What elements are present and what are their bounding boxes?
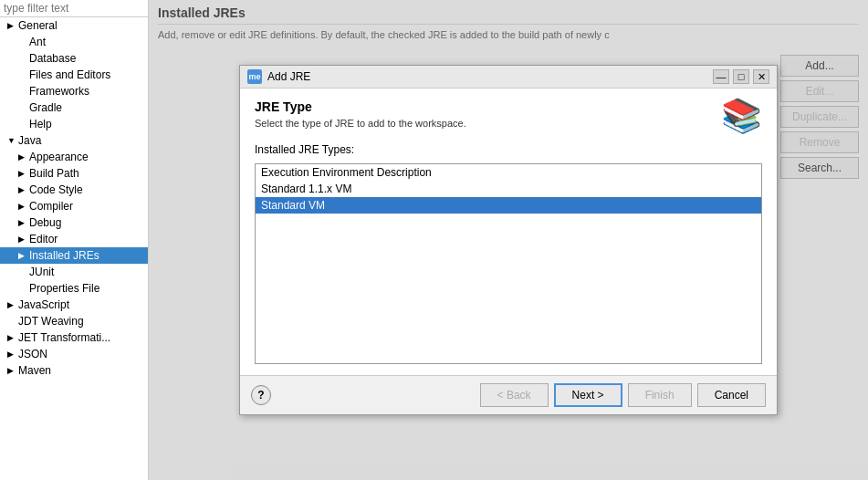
dialog-heading: JRE Type — [255, 99, 466, 114]
jre-list-item-execution-env[interactable]: Execution Environment Description — [256, 164, 761, 181]
sidebar-item-ant[interactable]: Ant — [0, 34, 148, 50]
sidebar-item-label: Appearance — [29, 151, 89, 163]
dialog-action-buttons: < Back Next > Finish Cancel — [480, 383, 766, 407]
jre-list-item-standard-11x[interactable]: Standard 1.1.x VM — [256, 181, 761, 197]
sidebar-item-label: JSON — [18, 348, 47, 360]
sidebar-item-junit[interactable]: JUnit — [0, 264, 148, 280]
sidebar-item-label: Code Style — [29, 183, 83, 196]
sidebar-item-label: Maven — [18, 364, 51, 377]
chevron-right-icon: ▶ — [7, 300, 16, 309]
help-button[interactable]: ? — [251, 385, 271, 405]
sidebar-item-frameworks[interactable]: Frameworks — [0, 83, 148, 99]
dialog-subtext: Select the type of JRE to add to the wor… — [255, 118, 466, 129]
sidebar-item-jdt-weaving[interactable]: JDT Weaving — [0, 313, 148, 329]
dialog-heading-block: JRE Type Select the type of JRE to add t… — [255, 99, 466, 129]
finish-button[interactable]: Finish — [628, 383, 692, 407]
chevron-right-icon: ▶ — [18, 152, 27, 162]
cancel-button[interactable]: Cancel — [697, 383, 766, 407]
sidebar-item-appearance[interactable]: ▶ Appearance — [0, 149, 148, 165]
back-button[interactable]: < Back — [480, 383, 549, 407]
dialog-app-icon: me — [247, 69, 262, 84]
sidebar-item-label: Frameworks — [29, 85, 89, 98]
next-button[interactable]: Next > — [554, 383, 622, 407]
dialog-footer: ? < Back Next > Finish Cancel — [240, 375, 777, 414]
chevron-down-icon: ▼ — [7, 136, 16, 145]
sidebar-item-label: Java — [18, 134, 41, 147]
chevron-right-icon: ▶ — [18, 218, 27, 227]
sidebar-item-label: Build Path — [29, 167, 79, 180]
sidebar-item-gradle[interactable]: Gradle — [0, 99, 148, 116]
jre-list-item-standard-vm[interactable]: Standard VM — [256, 197, 761, 214]
sidebar-filter-input[interactable] — [4, 2, 144, 15]
sidebar-item-editor[interactable]: ▶ Editor — [0, 231, 148, 247]
chevron-right-icon: ▶ — [18, 185, 27, 194]
sidebar-item-label: Debug — [29, 216, 61, 229]
sidebar-item-json[interactable]: ▶ JSON — [0, 346, 148, 362]
sidebar-item-label: Ant — [29, 36, 46, 48]
jre-types-list[interactable]: Execution Environment Description Standa… — [255, 163, 762, 364]
sidebar-item-label: JET Transformati... — [18, 331, 110, 344]
sidebar-item-installed-jres[interactable]: ▶ Installed JREs — [0, 247, 148, 264]
chevron-right-icon: ▶ — [18, 202, 27, 211]
sidebar-item-label: General — [18, 19, 58, 32]
add-jre-dialog: me Add JRE — □ ✕ JRE Type Select the typ… — [239, 65, 778, 415]
sidebar-item-general[interactable]: ▶ General — [0, 17, 148, 34]
sidebar-item-maven[interactable]: ▶ Maven — [0, 362, 148, 379]
maximize-button[interactable]: □ — [733, 69, 749, 84]
sidebar-item-properties-file[interactable]: Properties File — [0, 280, 148, 297]
dialog-help: ? — [251, 385, 271, 405]
chevron-right-icon: ▶ — [7, 333, 16, 342]
sidebar-item-label: Gradle — [29, 101, 62, 114]
sidebar-filter-bar[interactable] — [0, 0, 148, 17]
sidebar-item-label: JDT Weaving — [18, 315, 84, 328]
sidebar-item-help[interactable]: Help — [0, 116, 148, 132]
main-panel: Installed JREs Add, remove or edit JRE d… — [149, 0, 868, 480]
chevron-right-icon: ▶ — [18, 169, 27, 178]
sidebar-item-label: Installed JREs — [29, 249, 99, 262]
chevron-right-icon: ▶ — [7, 366, 16, 375]
chevron-right-icon: ▶ — [18, 235, 27, 244]
sidebar-item-code-style[interactable]: ▶ Code Style — [0, 182, 148, 198]
books-icon: 📚 — [721, 99, 762, 132]
dialog-title: Add JRE — [267, 70, 707, 83]
dialog-body: JRE Type Select the type of JRE to add t… — [240, 89, 777, 375]
close-button[interactable]: ✕ — [753, 69, 769, 84]
dialog-titlebar-buttons: — □ ✕ — [713, 69, 769, 84]
minimize-button[interactable]: — — [713, 69, 729, 84]
sidebar-item-jet-transformation[interactable]: ▶ JET Transformati... — [0, 329, 148, 346]
sidebar-item-build-path[interactable]: ▶ Build Path — [0, 165, 148, 182]
sidebar-item-label: Properties File — [29, 282, 99, 295]
sidebar-item-label: Compiler — [29, 200, 73, 213]
sidebar-item-files-and-editors[interactable]: Files and Editors — [0, 67, 148, 83]
sidebar-item-debug[interactable]: ▶ Debug — [0, 214, 148, 231]
dialog-overlay: me Add JRE — □ ✕ JRE Type Select the typ… — [149, 0, 868, 480]
sidebar-item-label: Files and Editors — [29, 68, 110, 81]
sidebar-item-java[interactable]: ▼ Java — [0, 132, 148, 149]
chevron-right-icon: ▶ — [7, 350, 16, 359]
dialog-header-row: JRE Type Select the type of JRE to add t… — [255, 99, 762, 132]
sidebar-item-label: JavaScript — [18, 298, 69, 311]
chevron-right-icon: ▶ — [7, 21, 16, 30]
dialog-titlebar: me Add JRE — □ ✕ — [240, 66, 777, 89]
sidebar: ▶ General Ant Database Files and Editors… — [0, 0, 149, 480]
sidebar-item-label: Help — [29, 118, 52, 130]
jre-types-label: Installed JRE Types: — [255, 143, 762, 156]
sidebar-item-database[interactable]: Database — [0, 50, 148, 67]
sidebar-item-compiler[interactable]: ▶ Compiler — [0, 198, 148, 214]
sidebar-item-label: JUnit — [29, 266, 54, 278]
chevron-right-icon: ▶ — [18, 251, 27, 260]
sidebar-item-label: Editor — [29, 233, 58, 245]
sidebar-item-javascript[interactable]: ▶ JavaScript — [0, 297, 148, 313]
sidebar-item-label: Database — [29, 52, 76, 65]
